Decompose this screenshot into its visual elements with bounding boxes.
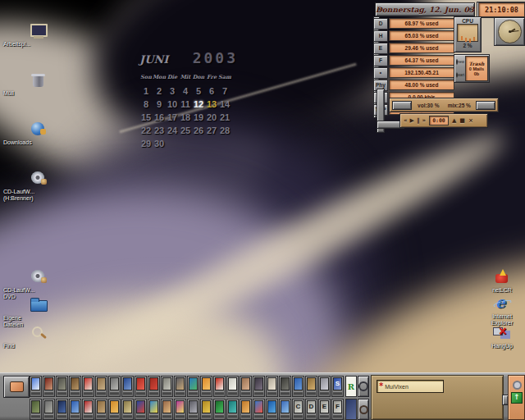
dock-tile[interactable] xyxy=(187,399,199,420)
player-transport-button[interactable]: ▶ xyxy=(409,117,415,124)
dock-tile[interactable] xyxy=(108,399,121,420)
dock-side-strip: ↑ xyxy=(508,375,525,420)
desktop-icon[interactable]: CD-LaufW...DVD xyxy=(2,269,61,300)
desktop-icon[interactable]: EigeneDateien xyxy=(2,297,61,328)
dock-tile-label xyxy=(57,414,66,418)
dock-tile[interactable] xyxy=(69,376,81,397)
dock-tile[interactable] xyxy=(279,376,291,397)
dock-tile-label xyxy=(97,414,106,418)
dock-tile[interactable] xyxy=(108,376,121,397)
desktop-icon[interactable]: netLCR xyxy=(481,269,523,294)
dock-tile-label xyxy=(84,391,93,395)
dock-tile[interactable] xyxy=(148,399,160,420)
dock-tile[interactable] xyxy=(266,376,278,397)
dock-tile[interactable] xyxy=(318,376,331,397)
dock-tile-label xyxy=(123,391,132,395)
dock-tile[interactable]: S xyxy=(331,376,344,397)
calendar-day: 21 xyxy=(220,112,230,122)
calendar-day-headers: SonMonDieMitDonFreSam xyxy=(139,74,238,80)
clock-dot-icon[interactable] xyxy=(513,381,522,390)
dock-tile[interactable] xyxy=(95,376,107,397)
dock-tile-label xyxy=(57,391,66,395)
desktop-icon[interactable]: HangUp xyxy=(481,325,523,349)
dock-tile[interactable] xyxy=(226,399,239,420)
dock-tile[interactable] xyxy=(213,376,226,397)
dock-tile[interactable] xyxy=(30,399,42,420)
dock-tile[interactable] xyxy=(95,399,107,420)
dock-tile[interactable]: D xyxy=(305,399,317,420)
dock-tile[interactable] xyxy=(253,399,265,420)
gauge-row: F 64.37 % used xyxy=(373,54,454,66)
dock-tile[interactable] xyxy=(82,376,94,397)
dock-tile[interactable] xyxy=(226,376,239,397)
dock-tile[interactable]: C xyxy=(292,399,304,420)
dock-tile-power[interactable] xyxy=(358,376,369,397)
gauge-label: H xyxy=(373,30,388,42)
player-transport-button[interactable]: « xyxy=(403,117,409,124)
dock-tile-icon xyxy=(97,400,106,413)
player-transport-button[interactable]: » xyxy=(421,117,427,124)
dock-tile-exit[interactable] xyxy=(358,399,369,420)
analog-clock-face xyxy=(498,20,522,43)
calendar-days: 1234567891011121314151617181920212223242… xyxy=(139,84,238,150)
dock-tile[interactable] xyxy=(213,399,226,420)
dock-tile[interactable] xyxy=(121,399,134,420)
dock-tile-icon: S xyxy=(333,377,342,390)
dock-handle-button[interactable] xyxy=(3,376,30,398)
dock-tile[interactable] xyxy=(56,399,68,420)
dock-tile[interactable] xyxy=(187,376,199,397)
calendar-day: 13 xyxy=(207,99,217,109)
mail-options[interactable]: new wart xyxy=(455,56,465,81)
dock-tile[interactable] xyxy=(174,399,186,420)
dock-tile[interactable] xyxy=(69,399,81,420)
dock-tile[interactable] xyxy=(161,399,173,420)
dock-tile[interactable] xyxy=(43,399,55,420)
player-transport-button[interactable]: ‖ xyxy=(416,117,421,124)
dock-tile-boot[interactable] xyxy=(345,399,357,420)
dock-tile-reboot[interactable]: R xyxy=(345,376,357,397)
desktop-icon[interactable]: InternetExplorer xyxy=(481,295,523,326)
desktop-icon[interactable]: CD-LaufW...(H:Brenner) xyxy=(2,171,61,202)
command-field[interactable]: * MuiVixen xyxy=(377,380,444,393)
dock-tile-label xyxy=(281,414,290,418)
power-icon xyxy=(358,381,368,391)
dock-tile[interactable] xyxy=(135,376,147,397)
dock-tile[interactable] xyxy=(135,399,147,420)
desktop-icon[interactable]: Find xyxy=(2,325,61,349)
dock-tile[interactable] xyxy=(266,399,278,420)
dock-tile[interactable] xyxy=(240,376,252,397)
dock-tile[interactable] xyxy=(121,376,134,397)
volume-slider[interactable] xyxy=(392,101,412,110)
player-extra-button[interactable]: × xyxy=(468,117,474,124)
dock-tile-icon xyxy=(97,377,106,390)
mix-slider[interactable] xyxy=(476,101,495,110)
date-title-bar[interactable]: Donnerstag, 12. Jun. 03 xyxy=(375,2,475,16)
dock-tile[interactable] xyxy=(174,376,186,397)
dock-tile[interactable] xyxy=(148,376,160,397)
calendar-day: 20 xyxy=(207,112,217,122)
dock-tile[interactable] xyxy=(240,399,252,420)
up-arrow-button[interactable]: ↑ xyxy=(511,392,523,404)
dock-tile[interactable] xyxy=(253,376,265,397)
desktop-icon[interactable]: Arbeitspl... xyxy=(2,23,61,48)
dock-tile[interactable] xyxy=(56,376,68,397)
cpu-graph xyxy=(457,24,478,42)
player-extra-button[interactable]: ▲ xyxy=(451,117,457,124)
dock-tile[interactable] xyxy=(200,399,212,420)
calendar-day: 27 xyxy=(207,126,217,135)
dock-tile[interactable]: E xyxy=(318,399,331,420)
desktop-icon[interactable]: Downloads xyxy=(2,121,61,146)
dock-tile[interactable] xyxy=(82,399,94,420)
dock-tile-label xyxy=(71,391,80,395)
dock-tile[interactable] xyxy=(161,376,173,397)
dock-tile[interactable] xyxy=(200,376,212,397)
dock-tile[interactable] xyxy=(30,376,42,397)
player-extra-button[interactable]: ■ xyxy=(459,117,466,124)
desktop-icon[interactable]: Müll xyxy=(2,72,61,97)
dock-tile-label xyxy=(254,414,263,418)
dock-tile[interactable] xyxy=(43,376,55,397)
dock-tile[interactable] xyxy=(279,399,291,420)
dock-tile[interactable] xyxy=(305,376,317,397)
dock-tile[interactable]: F xyxy=(331,399,344,420)
dock-tile[interactable] xyxy=(292,376,304,397)
